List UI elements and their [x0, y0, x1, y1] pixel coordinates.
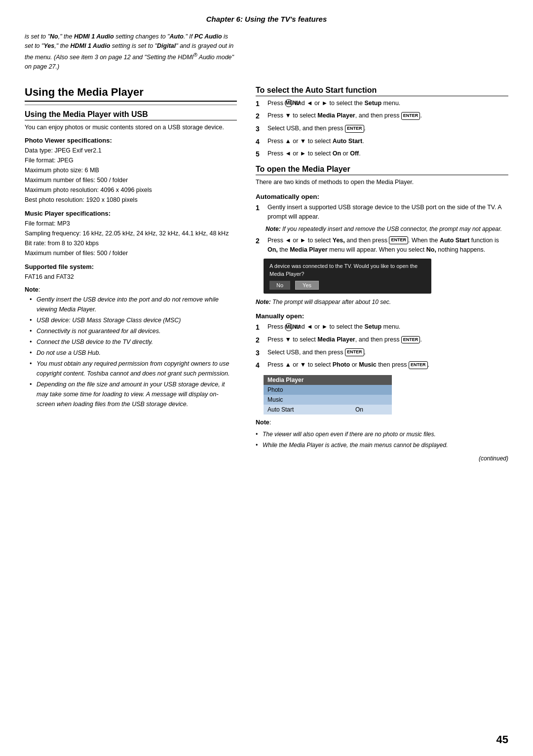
photo-spec-1: Data type: JPEG Exif ver2.1 — [25, 146, 237, 155]
photo-specs: Data type: JPEG Exif ver2.1 File format:… — [25, 146, 237, 205]
music-specs: File format: MP3 Sampling frequency: 16 … — [25, 219, 237, 258]
continued-text: (continued) — [256, 455, 508, 462]
auto-start-step-5: 5 Press ◄ or ► to select On or Off. — [256, 149, 508, 160]
note-section: Note: Gently insert the USB device into … — [25, 286, 237, 409]
manually-open-steps: 1 Press MENU and ◄ or ► to select the Se… — [256, 322, 508, 371]
auto-open-steps: 1 Gently insert a supported USB storage … — [256, 203, 508, 255]
note-prompt-disappear: Note: The prompt will disappear after ab… — [256, 298, 508, 306]
note-bullets: Gently insert the USB device into the po… — [30, 295, 237, 409]
left-column: Using the Media Player Using the Media P… — [25, 81, 237, 411]
auto-open-note: Note: If you repeatedly insert and remov… — [266, 225, 508, 233]
auto-start-step-1: 1 Press MENU and ◄ or ► to select the Se… — [256, 99, 508, 110]
prompt-buttons: No Yes — [269, 281, 425, 290]
note-bullet-1: Gently insert the USB device into the po… — [30, 295, 237, 314]
auto-start-title: To select the Auto Start function — [256, 86, 508, 96]
music-spec-2: Sampling frequency: 16 kHz, 22.05 kHz, 2… — [25, 228, 237, 238]
using-media-player-title: Using the Media Player — [25, 86, 237, 102]
note-bullet-2: USB device: USB Mass Storage Class devic… — [30, 315, 237, 325]
table-header-cell: Media Player — [264, 375, 392, 385]
prompt-no-button[interactable]: No — [269, 281, 290, 290]
open-media-title: To open the Media Player — [256, 165, 508, 175]
top-intro: is set to "No," the HDMI 1 Audio setting… — [25, 32, 237, 72]
section-divider — [25, 105, 237, 105]
auto-start-step-2: 2 Press ▼ to select Media Player, and th… — [256, 111, 508, 122]
photo-spec-head: Photo Viewer specifications: — [25, 137, 237, 144]
table-cell-autostart: Auto Start — [264, 405, 351, 415]
manually-open-step-1: 1 Press MENU and ◄ or ► to select the Se… — [256, 322, 508, 333]
auto-open-head: Automatically open: — [256, 193, 508, 200]
photo-spec-2: File format: JPEG — [25, 155, 237, 165]
prompt-box: A device was connected to the TV. Would … — [264, 259, 431, 294]
auto-open-step-2: 2 Press ◄ or ► to select Yes, and then p… — [256, 236, 508, 255]
note-label: Note — [25, 286, 38, 293]
photo-spec-3: Maximum photo size: 6 MB — [25, 165, 237, 175]
table-row-photo: Photo — [264, 385, 392, 395]
prompt-yes-button[interactable]: Yes — [295, 281, 319, 290]
table-cell-music-val — [351, 395, 392, 405]
auto-open-step-1: 1 Gently insert a supported USB storage … — [256, 203, 508, 222]
menu-icon: MENU — [285, 99, 293, 107]
enter-icon-2: ENTER — [345, 125, 364, 133]
auto-start-step-3: 3 Select USB, and then press ENTER. — [256, 124, 508, 135]
photo-spec-4: Maximum number of files: 500 / folder — [25, 175, 237, 185]
usb-intro-text: You can enjoy photos or music contents s… — [25, 123, 237, 132]
manually-open-step-2: 2 Press ▼ to select Media Player, and th… — [256, 335, 508, 346]
note-bullet-6: You must obtain any required permission … — [30, 359, 237, 378]
two-column-layout: Using the Media Player Using the Media P… — [25, 81, 508, 462]
enter-icon: ENTER — [401, 112, 420, 120]
manually-open-step-3: 3 Select USB, and then press ENTER. — [256, 348, 508, 359]
note-bullet-5: Do not use a USB Hub. — [30, 348, 237, 358]
enter-icon-3: ENTER — [389, 236, 408, 244]
music-spec-3: Bit rate: from 8 to 320 kbps — [25, 238, 237, 248]
table-cell-photo: Photo — [264, 385, 351, 395]
supported-fs-head: Supported file system: — [25, 263, 237, 270]
bottom-note-bullet-2: While the Media Player is active, the ma… — [256, 441, 508, 450]
media-player-table: Media Player Photo Music Auto Start On — [264, 375, 392, 415]
enter-icon-6: ENTER — [409, 361, 428, 369]
music-spec-1: File format: MP3 — [25, 219, 237, 228]
music-spec-4: Maximum number of files: 500 / folder — [25, 248, 237, 258]
table-row-music: Music — [264, 395, 392, 405]
manually-open-head: Manually open: — [256, 312, 508, 320]
auto-start-steps: 1 Press MENU and ◄ or ► to select the Se… — [256, 99, 508, 160]
note-bullet-4: Connect the USB device to the TV directl… — [30, 337, 237, 347]
table-cell-photo-val — [351, 385, 392, 395]
table-header-row: Media Player — [264, 375, 392, 385]
prompt-box-text: A device was connected to the TV. Would … — [269, 263, 425, 278]
chapter-header: Chapter 6: Using the TV's features — [25, 15, 508, 23]
music-spec-head: Music Player specifications: — [25, 210, 237, 217]
right-column: To select the Auto Start function 1 Pres… — [256, 81, 508, 462]
open-media-intro: There are two kinds of methods to open t… — [256, 178, 508, 187]
menu-icon-2: MENU — [285, 323, 293, 331]
photo-spec-5: Maximum photo resolution: 4096 x 4096 pi… — [25, 185, 237, 195]
chapter-header-text: Chapter 6: Using the TV's features — [206, 15, 327, 23]
photo-spec-6: Best photo resolution: 1920 x 1080 pixel… — [25, 195, 237, 205]
enter-icon-4: ENTER — [401, 336, 420, 344]
table-cell-music: Music — [264, 395, 351, 405]
supported-fs-value: FAT16 and FAT32 — [25, 272, 237, 282]
note-bullet-3: Connectivity is not guaranteed for all d… — [30, 326, 237, 336]
bottom-note: Note: The viewer will also open even if … — [256, 418, 508, 450]
bottom-note-label: Note — [256, 419, 269, 426]
table-cell-autostart-val: On — [351, 405, 392, 415]
page: Chapter 6: Using the TV's features is se… — [0, 0, 533, 756]
auto-start-step-4: 4 Press ▲ or ▼ to select Auto Start. — [256, 137, 508, 148]
manually-open-step-4: 4 Press ▲ or ▼ to select Photo or Music … — [256, 360, 508, 371]
bottom-note-bullet-1: The viewer will also open even if there … — [256, 430, 508, 439]
note-bullet-7: Depending on the file size and amount in… — [30, 379, 237, 409]
bottom-note-bullets: The viewer will also open even if there … — [256, 430, 508, 450]
page-number: 45 — [496, 733, 508, 746]
table-row-autostart: Auto Start On — [264, 405, 392, 415]
using-media-player-usb-title: Using the Media Player with USB — [25, 110, 237, 120]
enter-icon-5: ENTER — [345, 348, 364, 356]
